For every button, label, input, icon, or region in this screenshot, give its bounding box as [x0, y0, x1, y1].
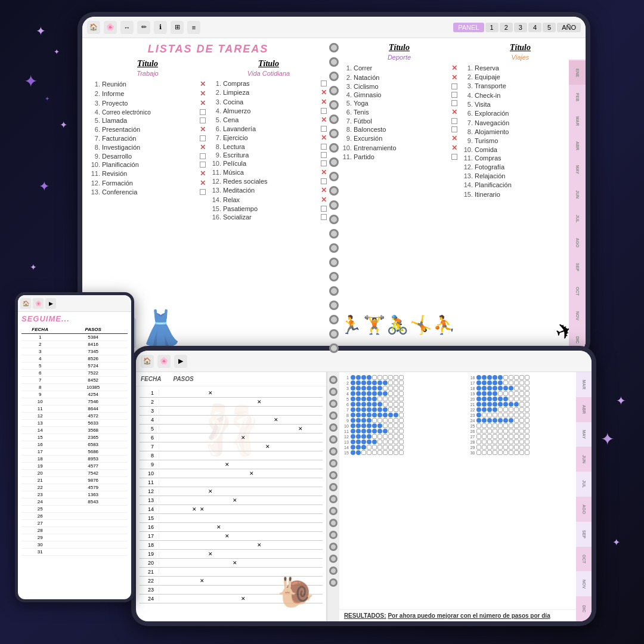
dot-filled — [372, 429, 377, 434]
tab-1[interactable]: 1 — [485, 23, 499, 32]
dot-filled — [361, 434, 366, 439]
month-tab-mar[interactable]: MAR — [569, 110, 586, 134]
bottom-month-tab-jul[interactable]: JUL — [576, 472, 592, 497]
bottom-month-tab-oct[interactable]: OCT — [576, 547, 592, 572]
dot-filled — [487, 380, 492, 385]
bottom-nav-icon[interactable]: ▶ — [174, 355, 187, 368]
home-icon[interactable]: 🏠 — [87, 21, 100, 34]
dot-empty — [482, 439, 487, 444]
bottom-spiral-ring — [329, 471, 338, 479]
dot-filled — [487, 397, 492, 401]
overlay-arrow-icon[interactable]: ▶ — [45, 298, 56, 309]
dot-filled — [377, 413, 382, 417]
seg-row: 107546 — [21, 398, 128, 405]
dot-empty — [525, 407, 530, 412]
seg-pasos-header: PASOS — [58, 327, 128, 332]
bottom-month-tab-abr[interactable]: ABR — [576, 397, 592, 422]
dot-filled — [509, 402, 513, 407]
month-tab-jul[interactable]: JUL — [569, 207, 586, 231]
seg-row: 94254 — [21, 391, 128, 398]
graph-row: 12 ✕ — [140, 487, 323, 496]
seg-row: 224579 — [21, 484, 128, 491]
tab-3[interactable]: 3 — [514, 23, 527, 32]
dot-empty — [394, 391, 398, 396]
task-item: 13.Conferencia — [89, 188, 206, 196]
bottom-month-tab-jun[interactable]: JUN — [576, 447, 592, 472]
bottom-flower-icon[interactable]: 🌸 — [157, 355, 171, 368]
tab-2[interactable]: 2 — [500, 23, 513, 32]
task-item: 5.Cena✕ — [210, 115, 327, 125]
dot-filled — [377, 386, 382, 391]
tab-panel[interactable]: PANEL — [453, 23, 484, 32]
bottom-home-icon[interactable]: 🏠 — [141, 355, 154, 368]
dot-filled — [476, 413, 481, 417]
dot-filled — [372, 423, 377, 428]
month-tab-ene[interactable]: ENE — [569, 61, 586, 85]
dot-filled — [372, 413, 377, 417]
bottom-month-tab-dic[interactable]: DIC — [576, 596, 592, 621]
month-tab-nov[interactable]: NOV — [569, 304, 586, 328]
bottom-month-tab-may[interactable]: MAY — [576, 422, 592, 447]
tab-5[interactable]: 5 — [543, 23, 556, 32]
dot-empty — [525, 450, 530, 455]
dot-empty — [372, 434, 377, 439]
dot-row: 1 — [340, 375, 465, 380]
dot-row: 12 — [340, 434, 465, 439]
graph-col1-label: FECHA — [141, 376, 161, 382]
dot-empty — [394, 407, 398, 412]
dot-empty — [394, 423, 398, 428]
dot-filled — [514, 402, 519, 407]
seg-fecha-header: FECHA — [21, 327, 58, 332]
dot-filled — [356, 445, 361, 450]
dot-empty — [482, 423, 487, 428]
dot-empty — [525, 418, 530, 423]
bottom-spiral-ring — [329, 531, 338, 539]
dot-filled — [503, 402, 508, 407]
bottom-month-tab-ago[interactable]: AGO — [576, 497, 592, 522]
month-tab-ago[interactable]: AGO — [569, 231, 586, 255]
overlay-home-icon[interactable]: 🏠 — [20, 298, 31, 309]
task-item: 16.Socializar — [210, 213, 327, 221]
flower-icon[interactable]: 🌸 — [104, 21, 117, 34]
dot-empty — [377, 397, 382, 401]
dot-filled — [361, 418, 366, 423]
month-tab-oct[interactable]: OCT — [569, 280, 586, 304]
tab-4[interactable]: 4 — [528, 23, 541, 32]
dot-empty — [388, 429, 393, 434]
seg-row: 67522 — [21, 370, 128, 377]
month-tab-feb[interactable]: FEB — [569, 85, 586, 109]
results-label: RESULTADOS: — [344, 612, 386, 619]
task-item: 4.Correo electrónico — [89, 108, 206, 116]
month-tab-abr[interactable]: ABR — [569, 134, 586, 157]
tab-ano[interactable]: AÑO — [557, 23, 581, 32]
toolbar-tabs: PANEL 1 2 3 4 5 AÑO — [453, 23, 581, 32]
dot-filled — [367, 413, 371, 417]
graph-row: 10 ✕ — [140, 469, 323, 478]
bottom-month-tab-nov[interactable]: NOV — [576, 571, 592, 596]
dot-row: 10 — [340, 423, 465, 428]
dot-empty — [388, 439, 393, 444]
bottom-month-tab-mar[interactable]: MAR — [576, 372, 592, 397]
month-tab-may[interactable]: MAY — [569, 158, 586, 182]
spiral-ring — [329, 301, 339, 310]
dot-filled — [482, 397, 487, 401]
pencil-icon[interactable]: ✏ — [137, 21, 150, 34]
settings-icon[interactable]: ≡ — [187, 21, 200, 34]
dot-filled — [361, 423, 366, 428]
bottom-spiral-ring — [329, 423, 338, 432]
grid-icon[interactable]: ⊞ — [171, 21, 184, 34]
bottom-month-tab-sep[interactable]: SEP — [576, 522, 592, 547]
dot-filled — [351, 429, 355, 434]
dot-empty — [377, 445, 382, 450]
dot-filled — [356, 380, 361, 385]
info-icon[interactable]: ℹ — [154, 21, 167, 34]
month-tab-sep[interactable]: SEP — [569, 255, 586, 279]
dot-empty — [399, 413, 404, 417]
arrows-icon[interactable]: ↔ — [120, 21, 134, 34]
seg-row: 143568 — [21, 427, 128, 434]
overlay-flower-icon[interactable]: 🌸 — [33, 298, 44, 309]
dot-filled — [503, 418, 508, 423]
seg-row: 219876 — [21, 477, 128, 484]
month-tab-jun[interactable]: JUN — [569, 182, 586, 206]
dot-empty — [525, 380, 530, 385]
